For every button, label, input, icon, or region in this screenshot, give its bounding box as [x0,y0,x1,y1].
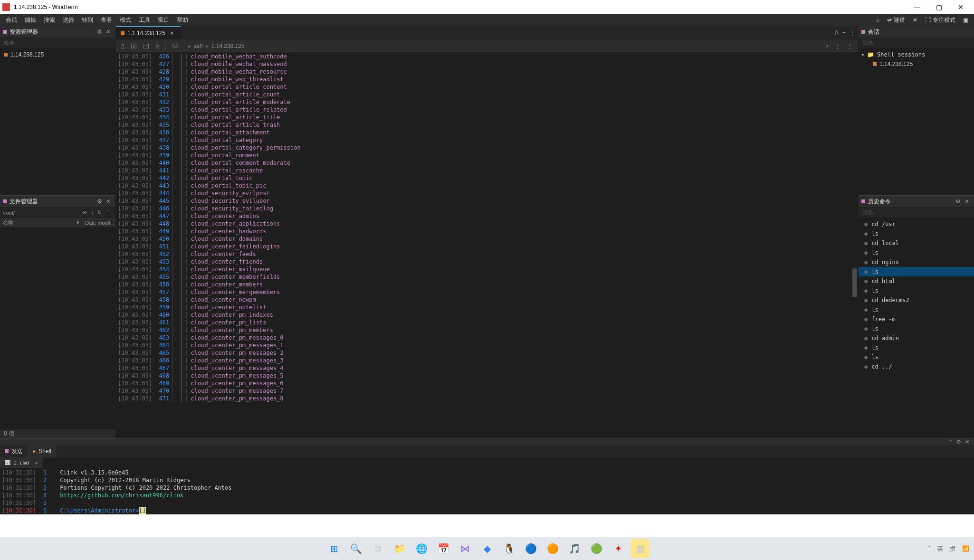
more-icon[interactable]: ⋮ [104,209,113,216]
more-icon[interactable]: ⋮ [832,41,843,51]
up-icon[interactable]: ↑ [89,210,96,216]
gear-icon[interactable]: ⚙ [95,28,104,35]
file-list-body[interactable] [0,228,115,429]
x-icon[interactable]: ✕ [909,15,921,25]
history-item[interactable]: ●free -m [859,314,974,324]
explorer-body[interactable]: 1.14.238.125 [0,48,115,195]
split-v-icon[interactable]: ⿱ [141,41,152,51]
vs-icon[interactable]: ⋈ [456,539,475,558]
tab-session[interactable]: 1.1.14.238.125 ✕ [116,26,181,39]
collapse-icon[interactable]: ⌃ [946,439,955,445]
bottom-terminal-output[interactable]: [10:31:30]1Clink v1.3.15.6e6e45[10:31:30… [0,468,974,515]
scrollbar-thumb[interactable] [852,268,857,297]
search-icon[interactable]: ⌕ [872,15,883,25]
tab-right-a[interactable]: A [835,29,839,36]
history-item[interactable]: ●ls [859,248,974,257]
history-item[interactable]: ●cd admin [859,333,974,343]
menu-goto[interactable]: 转到 [78,15,97,26]
breadcrumb-host[interactable]: 1.14.238.125 [211,43,245,49]
history-item[interactable]: ●ls [859,324,974,333]
split-h-icon[interactable]: ⿲ [129,41,139,51]
app-icon-5[interactable]: ✦ [609,539,628,558]
tab-close-icon[interactable]: ✕ [168,30,176,37]
gear-icon[interactable]: ⚙ [955,439,963,445]
menu-help[interactable]: 帮助 [173,15,192,26]
start-icon[interactable]: ⊞ [325,539,344,558]
history-item[interactable]: ●ls [859,229,974,238]
column-name[interactable]: 名称▾ [0,219,82,226]
qq-icon[interactable]: 🐧 [499,539,518,558]
sub-tab-cmd[interactable]: c:\ 1.cmd ✕ [0,457,43,468]
history-item[interactable]: ●cd /usr [859,219,974,229]
close-panel-icon[interactable]: ✕ [104,198,113,205]
search-icon[interactable]: 🔍 [346,539,365,558]
ime-indicator-2[interactable]: 拼 [950,545,955,553]
history-item[interactable]: ●ls [859,286,974,295]
history-item[interactable]: ●ls [859,343,974,352]
tab-send[interactable]: 发送 [0,445,28,457]
close-panel-icon[interactable]: ✕ [963,439,971,445]
breadcrumb-ssh[interactable]: ssh [194,43,203,49]
history-item[interactable]: ●cd ../ [859,362,974,371]
wifi-icon[interactable]: 📶 [962,545,969,552]
menu-window[interactable]: 窗口 [154,15,173,26]
close-panel-icon[interactable]: ✕ [104,28,113,35]
explorer-filter[interactable]: 筛选 [0,38,115,48]
app-icon[interactable]: ◆ [477,539,497,558]
history-item[interactable]: ●ls [859,305,974,314]
layout-icon[interactable]: ▣ [959,15,972,25]
tab-menu-icon[interactable]: ⋮ [850,29,855,36]
taskview-icon[interactable]: ⧉ [368,539,387,558]
history-item[interactable]: ●cd html [859,276,974,286]
system-tray[interactable]: ˄ 英 拼 📶 [928,545,969,553]
music-icon[interactable]: 🎵 [565,539,584,558]
menu-session[interactable]: 会话 [2,15,21,26]
menu-mode[interactable]: 模式 [116,15,135,26]
chevron-icon[interactable]: › [824,41,831,51]
session-item[interactable]: 1.14.238.125 [859,59,974,69]
minimize-button[interactable]: — [906,0,928,14]
history-item[interactable]: ●ls [859,267,974,276]
windterm-icon[interactable]: ▦ [630,539,649,558]
menu-search[interactable]: 搜索 [40,15,59,26]
column-date[interactable]: Date modifi [82,220,115,226]
app-icon-3[interactable]: 🟠 [543,539,562,558]
tab-add-icon[interactable]: + [842,29,846,36]
app-icon-4[interactable]: 🟢 [587,539,606,558]
edge-icon[interactable]: 🌐 [412,539,431,558]
gear-icon[interactable]: ⚙ [95,198,104,205]
history-item[interactable]: ●cd nginx [859,257,974,267]
ime-indicator-1[interactable]: 英 [937,545,943,553]
focus-mode-button[interactable]: ⛶ 专注模式 [921,15,959,26]
history-body[interactable]: ●cd /usr●ls●cd local●ls●cd nginx●ls●cd h… [859,218,974,438]
file-path[interactable]: /root/ [3,210,80,216]
explorer-item[interactable]: 1.14.238.125 [0,50,115,59]
menu-tools[interactable]: 工具 [135,15,154,26]
history-filter[interactable]: 筛选 [859,208,974,218]
maximize-button[interactable]: ▢ [928,0,950,14]
menu-edit[interactable]: 编辑 [21,15,40,26]
tunnel-button[interactable]: ⇌ 隧道 [883,15,909,26]
info-icon[interactable]: ⓘ [170,40,180,51]
history-item[interactable]: ●ls [859,352,974,362]
close-button[interactable]: ✕ [950,0,972,14]
close-panel-icon[interactable]: ✕ [963,198,971,205]
copy-icon[interactable]: ⎘ [153,41,162,51]
terminal-output[interactable]: [10:43:05]426|cloud_mobile_wechat_authco… [116,53,858,438]
tab-shell[interactable]: ● Shell [28,445,56,457]
calendar-icon[interactable]: 📅 [434,539,453,558]
explorer-icon[interactable]: 📁 [390,539,409,558]
menu-select[interactable]: 选择 [59,15,78,26]
eye-icon[interactable]: 👁 [80,210,89,216]
history-item[interactable]: ●cd dedecms2 [859,295,974,305]
tray-chevron-icon[interactable]: ˄ [928,545,931,552]
sessions-filter[interactable]: 筛选 [859,38,974,48]
more-icon-2[interactable]: ⋮ [845,41,855,51]
gear-icon[interactable]: ⚙ [954,198,963,205]
sub-tab-close-icon[interactable]: ✕ [32,460,38,466]
sessions-folder[interactable]: ▾ 📁 Shell sessions [859,50,974,59]
menu-view[interactable]: 查看 [97,15,116,26]
sessions-body[interactable]: ▾ 📁 Shell sessions 1.14.238.125 [859,48,974,195]
history-item[interactable]: ●cd local [859,238,974,248]
layout-icon[interactable]: ▯ [119,41,127,51]
